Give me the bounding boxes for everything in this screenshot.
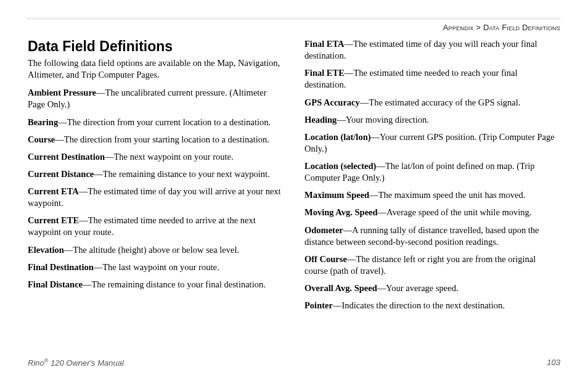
definition-item: Heading—Your moving direction.: [304, 114, 560, 126]
definition-item: Elevation—The altitude (height) above or…: [28, 244, 284, 256]
definition-item: Current Destination—The next waypoint on…: [28, 151, 284, 163]
definition-term: Odometer: [304, 225, 343, 235]
breadcrumb: Appendix > Data Field Definitions: [28, 23, 560, 32]
definition-term: Final Distance: [28, 279, 83, 289]
definition-term: Final ETA: [304, 39, 345, 49]
definition-term: Bearing: [28, 117, 58, 127]
manual-page: Appendix > Data Field Definitions Data F…: [0, 0, 588, 383]
definition-item: GPS Accuracy—The estimated accuracy of t…: [304, 97, 560, 109]
body-columns: Data Field Definitions The following dat…: [28, 38, 560, 311]
definition-term: Final Destination: [28, 262, 94, 272]
definition-item: Bearing—The direction from your current …: [28, 117, 284, 128]
definition-desc: —The direction from your starting locati…: [55, 134, 269, 144]
definition-item: Final ETA—The estimated time of day you …: [304, 38, 560, 62]
definition-term: Moving Avg. Speed: [304, 207, 378, 217]
breadcrumb-page: Data Field Definitions: [483, 23, 560, 32]
definition-term: Current Distance: [28, 169, 94, 179]
definition-item: Maximum Speed—The maximum speed the unit…: [304, 189, 560, 201]
footer-product-suffix: 120 Owner's Manual: [48, 358, 123, 368]
definition-item: Course—The direction from your starting …: [28, 134, 284, 146]
definition-desc: —Your moving direction.: [337, 115, 429, 125]
footer-page-number: 103: [547, 358, 560, 368]
definition-term: Ambient Pressure: [28, 88, 96, 97]
definition-item: Ambient Pressure—The uncalibrated curren…: [28, 87, 284, 110]
definition-term: Pointer: [304, 300, 333, 310]
definition-desc: —The altitude (height) above or below se…: [64, 245, 239, 255]
definition-desc: —The last waypoint on your route.: [94, 262, 219, 272]
definition-item: Final Distance—The remaining distance to…: [28, 279, 284, 290]
definition-term: Maximum Speed: [304, 190, 369, 200]
top-rule: [28, 19, 560, 19]
definition-item: Location (lat/lon)—Your current GPS posi…: [304, 131, 560, 155]
definition-term: Final ETE: [304, 68, 345, 78]
definition-term: Location (selected): [304, 161, 376, 171]
definition-term: Course: [28, 134, 55, 144]
definition-term: GPS Accuracy: [304, 97, 360, 107]
definition-desc: —Your average speed.: [377, 283, 459, 293]
definition-item: Moving Avg. Speed—Average speed of the u…: [304, 207, 560, 218]
definition-term: Current ETA: [28, 186, 79, 196]
definition-item: Pointer—Indicates the direction to the n…: [304, 300, 560, 311]
definition-item: Overall Avg. Speed—Your average speed.: [304, 282, 560, 294]
definition-desc: —The remaining distance to your next way…: [94, 169, 270, 179]
definition-desc: —The direction from your current locatio…: [58, 117, 271, 127]
definition-item: Current ETA—The estimated time of day yo…: [28, 186, 284, 209]
definition-desc: —The remaining distance to your final de…: [83, 279, 266, 289]
page-title: Data Field Definitions: [28, 38, 284, 55]
definition-desc: —The next waypoint on your route.: [105, 152, 234, 162]
definition-term: Elevation: [28, 245, 64, 255]
definition-desc: —Average speed of the unit while moving.: [378, 207, 532, 217]
footer-product: Rino® 120 Owner's Manual: [28, 358, 124, 368]
definition-item: Final ETE—The estimated time needed to r…: [304, 67, 560, 91]
definition-desc: —The estimated accuracy of the GPS signa…: [360, 97, 521, 107]
definition-term: Location (lat/lon): [304, 132, 371, 142]
page-footer: Rino® 120 Owner's Manual 103: [28, 358, 560, 368]
definition-term: Current Destination: [28, 152, 105, 162]
definition-term: Heading: [304, 115, 337, 125]
intro-text: The following data field options are ava…: [28, 57, 284, 81]
footer-product-prefix: Rino: [28, 358, 44, 368]
definition-desc: —The maximum speed the unit has moved.: [369, 190, 525, 200]
definition-item: Current Distance—The remaining distance …: [28, 168, 284, 180]
definition-item: Location (selected)—The lat/lon of point…: [304, 160, 560, 184]
definition-term: Overall Avg. Speed: [304, 283, 377, 293]
breadcrumb-section: Appendix: [443, 23, 474, 32]
definition-item: Final Destination—The last waypoint on y…: [28, 262, 284, 273]
definition-term: Off Course: [304, 254, 347, 264]
definition-desc: —Indicates the direction to the next des…: [333, 300, 505, 310]
definition-item: Off Course—The distance left or right yo…: [304, 253, 560, 277]
definition-term: Current ETE: [28, 215, 79, 225]
breadcrumb-separator: >: [476, 23, 481, 32]
definition-item: Odometer—A running tally of distance tra…: [304, 224, 560, 248]
definition-item: Current ETE—The estimated time needed to…: [28, 215, 284, 238]
